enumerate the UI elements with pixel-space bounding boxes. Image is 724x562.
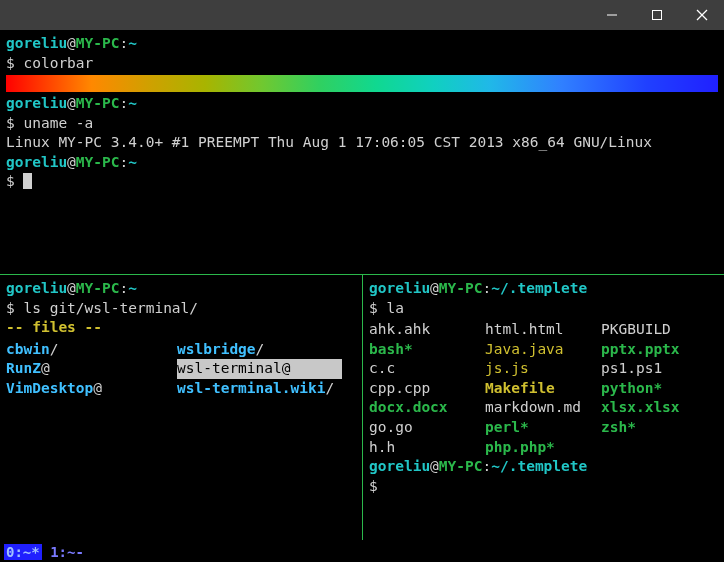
prompt-line: goreliu@MY-PC:~ — [6, 279, 356, 299]
status-window-active[interactable]: 0:~* — [4, 544, 42, 560]
cursor-icon — [23, 173, 32, 189]
list-item: go.go — [369, 418, 477, 438]
list-item: c.c — [369, 359, 477, 379]
command-line[interactable]: $ — [369, 477, 718, 497]
list-item: h.h — [369, 438, 477, 458]
ls-column: wslbridge/wsl-terminal@wsl-terminal.wiki… — [177, 340, 342, 399]
colorbar-output — [6, 75, 718, 92]
command-line: $ la — [369, 299, 718, 319]
list-item: docx.docx — [369, 398, 477, 418]
svg-rect-1 — [652, 11, 661, 20]
la-column: PKGBUILDpptx.pptxps1.ps1python*xlsx.xlsx… — [601, 320, 709, 457]
list-item: perl* — [485, 418, 593, 438]
prompt-line: goreliu@MY-PC:~/.templete — [369, 279, 718, 299]
list-item[interactable]: RunZ@ — [6, 359, 171, 379]
la-column: ahk.ahkbash*c.ccpp.cppdocx.docxgo.goh.h — [369, 320, 477, 457]
list-item[interactable]: cbwin/ — [6, 340, 171, 360]
list-item: markdown.md — [485, 398, 593, 418]
list-item: js.js — [485, 359, 593, 379]
command-line: $ colorbar — [6, 54, 718, 74]
terminal-right-pane[interactable]: goreliu@MY-PC:~/.templete $ la ahk.ahkba… — [362, 275, 724, 540]
la-column: html.htmlJava.javajs.jsMakefilemarkdown.… — [485, 320, 593, 457]
command-text: la — [386, 300, 403, 316]
list-item: PKGBUILD — [601, 320, 709, 340]
prompt-line: goreliu@MY-PC:~ — [6, 94, 718, 114]
list-item: Makefile — [485, 379, 593, 399]
prompt-line: goreliu@MY-PC:~ — [6, 34, 718, 54]
list-item[interactable]: wsl-terminal@ — [177, 359, 342, 379]
command-line: $ uname -a — [6, 114, 718, 134]
command-text: uname -a — [23, 115, 93, 131]
command-text: colorbar — [23, 55, 93, 71]
tmux-statusbar[interactable]: 0:~* 1:~- — [0, 542, 724, 562]
list-item[interactable]: wsl-terminal.wiki/ — [177, 379, 342, 399]
command-text: ls git/wsl-terminal/ — [23, 300, 198, 316]
la-output: ahk.ahkbash*c.ccpp.cppdocx.docxgo.goh.h … — [369, 320, 718, 457]
command-line: $ ls git/wsl-terminal/ — [6, 299, 356, 319]
files-label: -- files -- — [6, 318, 356, 338]
uname-output: Linux MY-PC 3.4.0+ #1 PREEMPT Thu Aug 1 … — [6, 133, 718, 153]
ls-column: cbwin/RunZ@VimDesktop@ — [6, 340, 171, 399]
list-item: ps1.ps1 — [601, 359, 709, 379]
prompt-user: goreliu — [6, 35, 67, 51]
list-item: php.php* — [485, 438, 593, 458]
list-item: ahk.ahk — [369, 320, 477, 340]
prompt-host: MY-PC — [76, 35, 120, 51]
terminal-left-pane[interactable]: goreliu@MY-PC:~ $ ls git/wsl-terminal/ -… — [0, 275, 362, 540]
list-item[interactable]: VimDesktop@ — [6, 379, 171, 399]
prompt-line: goreliu@MY-PC:~ — [6, 153, 718, 173]
prompt-path: ~ — [128, 35, 137, 51]
split-container: goreliu@MY-PC:~ $ ls git/wsl-terminal/ -… — [0, 274, 724, 540]
close-button[interactable] — [679, 0, 724, 30]
terminal-top-pane[interactable]: goreliu@MY-PC:~ $ colorbar goreliu@MY-PC… — [0, 30, 724, 274]
minimize-button[interactable] — [589, 0, 634, 30]
list-item: xlsx.xlsx — [601, 398, 709, 418]
list-item: html.html — [485, 320, 593, 340]
ls-output: cbwin/RunZ@VimDesktop@ wslbridge/wsl-ter… — [6, 340, 356, 399]
list-item: Java.java — [485, 340, 593, 360]
list-item: python* — [601, 379, 709, 399]
list-item: cpp.cpp — [369, 379, 477, 399]
status-window-other[interactable]: 1:~- — [50, 544, 84, 560]
list-item: bash* — [369, 340, 477, 360]
prompt-line: goreliu@MY-PC:~/.templete — [369, 457, 718, 477]
list-item: zsh* — [601, 418, 709, 438]
command-line[interactable]: $ — [6, 172, 718, 192]
maximize-button[interactable] — [634, 0, 679, 30]
window-titlebar — [0, 0, 724, 30]
list-item: pptx.pptx — [601, 340, 709, 360]
list-item[interactable]: wslbridge/ — [177, 340, 342, 360]
